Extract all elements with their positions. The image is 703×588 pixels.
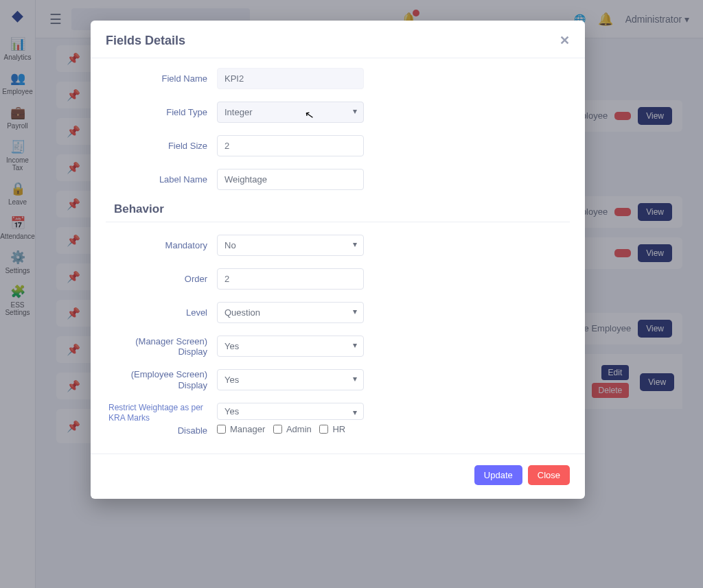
mandatory-select[interactable]: No xyxy=(217,235,364,256)
field-type-label: Field Type xyxy=(106,107,207,117)
mandatory-label: Mandatory xyxy=(106,240,207,250)
field-size-input[interactable] xyxy=(217,135,364,156)
close-button[interactable]: Close xyxy=(528,465,570,485)
field-type-select[interactable]: Integer xyxy=(217,102,364,123)
manager-display-select[interactable]: Yes xyxy=(217,336,364,357)
modal-title: Fields Details xyxy=(106,34,185,48)
order-input[interactable] xyxy=(217,268,364,290)
manager-checkbox-label: Manager xyxy=(230,424,265,434)
disable-label: Disable xyxy=(106,425,207,436)
manager-display-label: (Manager Screen) Display xyxy=(106,336,207,357)
field-name-label: Field Name xyxy=(106,73,207,84)
restrict-select[interactable]: Yes xyxy=(217,403,364,420)
field-name-value: KPI2 xyxy=(217,68,364,89)
admin-checkbox-label: Admin xyxy=(286,424,312,434)
restrict-label: Restrict Weightage as per KRA Marks xyxy=(106,403,207,423)
hr-checkbox-label: HR xyxy=(332,424,345,434)
label-name-input[interactable] xyxy=(217,169,364,190)
update-button[interactable]: Update xyxy=(474,465,522,485)
employee-display-select[interactable]: Yes xyxy=(217,369,364,390)
fields-details-modal: Fields Details ✕ Field Name KPI2 Field T… xyxy=(91,21,585,499)
field-size-label: Field Size xyxy=(106,141,207,151)
close-icon[interactable]: ✕ xyxy=(560,33,570,48)
behavior-section-title: Behavior xyxy=(114,202,570,216)
level-select[interactable]: Question xyxy=(217,302,364,323)
hr-checkbox[interactable] xyxy=(319,425,328,434)
manager-checkbox[interactable] xyxy=(217,425,226,434)
label-name-label: Label Name xyxy=(106,174,207,185)
employee-display-label: (Employee Screen) Display xyxy=(106,369,207,390)
order-label: Order xyxy=(106,274,207,284)
level-label: Level xyxy=(106,307,207,318)
section-divider xyxy=(106,222,570,222)
admin-checkbox[interactable] xyxy=(273,425,282,434)
